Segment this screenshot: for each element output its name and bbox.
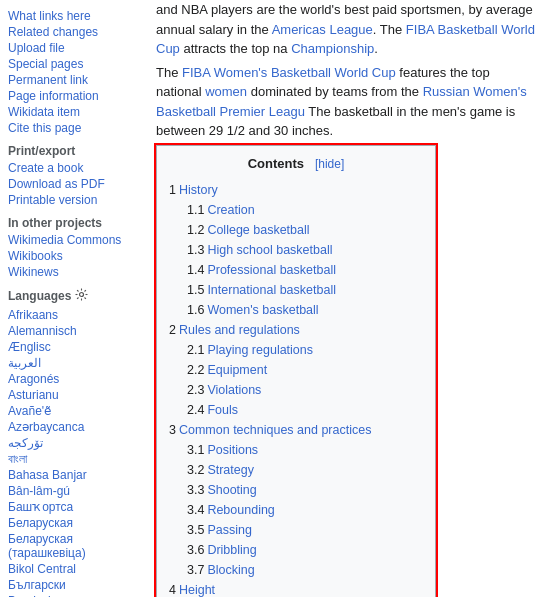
toc-items: 1History1.1Creation1.2College basketball… [169, 180, 423, 597]
gear-icon[interactable] [75, 288, 88, 304]
toc-number: 1.4 [187, 263, 204, 277]
toc-number: 3.3 [187, 483, 204, 497]
toc-number: 2.2 [187, 363, 204, 377]
lang-bulgarski[interactable]: Български [8, 577, 148, 593]
lang-belarusian-tarash[interactable]: Беларуская (тарашкевіца) [8, 531, 148, 561]
toc-label: Professional basketball [207, 263, 336, 277]
toc-number: 3.6 [187, 543, 204, 557]
svg-line-6 [85, 298, 86, 299]
toc-number: 3.2 [187, 463, 204, 477]
women-link[interactable]: women [205, 84, 247, 99]
toc-label: Passing [207, 523, 251, 537]
toc-item-creation[interactable]: 1.1Creation [169, 200, 423, 220]
toc-number: 2.3 [187, 383, 204, 397]
sidebar-link-related-changes[interactable]: Related changes [8, 24, 148, 40]
toc-label: Common techniques and practices [179, 423, 371, 437]
toc-label: Strategy [207, 463, 254, 477]
toc-label: Rebounding [207, 503, 274, 517]
toc-label: Dribbling [207, 543, 256, 557]
lang-bashkortsa[interactable]: Башҡортса [8, 499, 148, 515]
toc-label: Creation [207, 203, 254, 217]
lang-alemannisch[interactable]: Alemannisch [8, 323, 148, 339]
lang-aenglisc[interactable]: Ænglisc [8, 339, 148, 355]
toc-hide-button[interactable]: [hide] [315, 157, 344, 171]
toc-item-violations[interactable]: 2.3Violations [169, 380, 423, 400]
toc-item-fouls[interactable]: 2.4Fouls [169, 400, 423, 420]
toc-item-positions[interactable]: 3.1Positions [169, 440, 423, 460]
other-projects-section: In other projects Wikimedia Commons Wiki… [8, 216, 148, 280]
languages-header: Languages [8, 288, 148, 304]
sidebar: What links here Related changes Upload f… [0, 0, 148, 597]
lang-azerbaycanca[interactable]: Azərbaycanca [8, 419, 148, 435]
americas-league-link[interactable]: Americas League [272, 22, 373, 37]
lang-belarusian[interactable]: Беларуская [8, 515, 148, 531]
toc-item-playing-regulations[interactable]: 2.1Playing regulations [169, 340, 423, 360]
svg-line-7 [85, 290, 86, 291]
toc-label: Fouls [207, 403, 238, 417]
svg-point-0 [80, 293, 84, 297]
toc-item-height[interactable]: 4Height [169, 580, 423, 597]
languages-section: Languages Afrikaans [8, 288, 148, 597]
toc-item-women's-basketball[interactable]: 1.6Women's basketball [169, 300, 423, 320]
sidebar-link-create-book[interactable]: Create a book [8, 160, 148, 176]
lang-bahasa-banjar[interactable]: Bahasa Banjar [8, 467, 148, 483]
sidebar-link-download-pdf[interactable]: Download as PDF [8, 176, 148, 192]
toc-item-shooting[interactable]: 3.3Shooting [169, 480, 423, 500]
lang-asturianu[interactable]: Asturianu [8, 387, 148, 403]
toc-item-professional-basketball[interactable]: 1.4Professional basketball [169, 260, 423, 280]
toc-label: High school basketball [207, 243, 332, 257]
toc-label: Positions [207, 443, 258, 457]
sidebar-link-wikinews[interactable]: Wikinews [8, 264, 148, 280]
other-projects-label: In other projects [8, 216, 148, 230]
lang-arabic[interactable]: العربية [8, 355, 148, 371]
toc-item-high-school-basketball[interactable]: 1.3High school basketball [169, 240, 423, 260]
lang-bikol[interactable]: Bikol Central [8, 561, 148, 577]
toc-item-strategy[interactable]: 3.2Strategy [169, 460, 423, 480]
toc-number: 3.1 [187, 443, 204, 457]
toc-number: 3.7 [187, 563, 204, 577]
toc-label: Playing regulations [207, 343, 313, 357]
toc-item-blocking[interactable]: 3.7Blocking [169, 560, 423, 580]
sidebar-link-special-pages[interactable]: Special pages [8, 56, 148, 72]
lang-ban-lam-gu[interactable]: Bân-lâm-gú [8, 483, 148, 499]
lang-afrikaans[interactable]: Afrikaans [8, 307, 148, 323]
toc-label: Blocking [207, 563, 254, 577]
toc-item-college-basketball[interactable]: 1.2College basketball [169, 220, 423, 240]
toc-item-rules-and-regulations[interactable]: 2Rules and regulations [169, 320, 423, 340]
fiba-womens-link[interactable]: FIBA Women's Basketball World Cup [182, 65, 396, 80]
sidebar-link-what-links[interactable]: What links here [8, 8, 148, 24]
toc-item-dribbling[interactable]: 3.6Dribbling [169, 540, 423, 560]
lang-avane[interactable]: Avañe'ẽ [8, 403, 148, 419]
toc-number: 2.1 [187, 343, 204, 357]
toc-number: 2.4 [187, 403, 204, 417]
toc-label: History [179, 183, 218, 197]
sidebar-link-permanent-link[interactable]: Permanent link [8, 72, 148, 88]
intro-paragraph-2: The FIBA Women's Basketball World Cup fe… [156, 63, 537, 141]
sidebar-link-wikidata[interactable]: Wikidata item [8, 104, 148, 120]
main-content: and NBA players are the world's best pai… [148, 0, 545, 597]
sidebar-link-wikimedia[interactable]: Wikimedia Commons [8, 232, 148, 248]
toc-item-international-basketball[interactable]: 1.5International basketball [169, 280, 423, 300]
toc-item-common-techniques-and-practices[interactable]: 3Common techniques and practices [169, 420, 423, 440]
sidebar-link-page-information[interactable]: Page information [8, 88, 148, 104]
lang-torkce[interactable]: تۆرکجه [8, 435, 148, 451]
toc-item-rebounding[interactable]: 3.4Rebounding [169, 500, 423, 520]
sidebar-link-cite-page[interactable]: Cite this page [8, 120, 148, 136]
toc-item-equipment[interactable]: 2.2Equipment [169, 360, 423, 380]
toc-number: 1.1 [187, 203, 204, 217]
lang-aragones[interactable]: Aragonés [8, 371, 148, 387]
lang-bangla[interactable]: বাংলা [8, 451, 148, 467]
sidebar-link-upload-file[interactable]: Upload file [8, 40, 148, 56]
sidebar-link-printable[interactable]: Printable version [8, 192, 148, 208]
sidebar-link-wikibooks[interactable]: Wikibooks [8, 248, 148, 264]
toc-label: Equipment [207, 363, 267, 377]
toc-header: Contents [hide] [169, 154, 423, 175]
toc-item-passing[interactable]: 3.5Passing [169, 520, 423, 540]
toc-item-history[interactable]: 1History [169, 180, 423, 200]
toc-label: Women's basketball [207, 303, 318, 317]
championship-link[interactable]: Championship [291, 41, 374, 56]
lang-boarisch[interactable]: Boarisch [8, 593, 148, 597]
toc-number: 1 [169, 183, 176, 197]
toc-box: Contents [hide] 1History1.1Creation1.2Co… [156, 145, 436, 598]
print-export-section: Print/export Create a book Download as P… [8, 144, 148, 208]
